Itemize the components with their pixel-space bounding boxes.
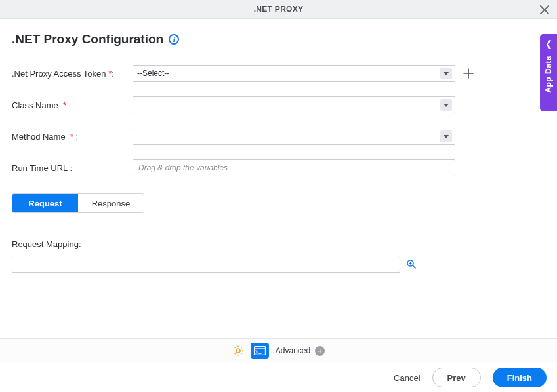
- expand-mapping-button[interactable]: [405, 258, 417, 270]
- settings-button[interactable]: [232, 345, 244, 357]
- page-header: .NET Proxy Configuration i: [12, 32, 545, 47]
- label-runtime-url: Run Time URL :: [12, 163, 133, 173]
- request-mapping-label: Request Mapping:: [12, 239, 545, 249]
- info-icon[interactable]: i: [169, 34, 179, 45]
- row-class-name: Class Name * :: [12, 96, 545, 113]
- app-data-label: App Data: [544, 56, 553, 93]
- console-icon: [254, 346, 266, 355]
- chevron-down-icon: [440, 68, 452, 79]
- method-name-select[interactable]: [133, 128, 455, 145]
- content-area: .NET Proxy Configuration i .Net Proxy Ac…: [0, 19, 557, 338]
- net-proxy-modal: .NET PROXY .NET Proxy Configuration i .N…: [0, 0, 557, 392]
- cancel-button[interactable]: Cancel: [394, 373, 420, 383]
- gear-icon: [232, 345, 244, 357]
- label-class-name: Class Name * :: [12, 100, 133, 110]
- class-name-select[interactable]: [133, 96, 455, 113]
- tab-request[interactable]: Request: [12, 194, 78, 212]
- chevron-down-icon: [440, 130, 452, 142]
- access-token-select[interactable]: --Select--: [133, 65, 455, 82]
- row-access-token: .Net Proxy Access Token *: --Select--: [12, 65, 545, 82]
- magnify-icon: [406, 259, 417, 269]
- label-access-token: .Net Proxy Access Token *:: [12, 69, 133, 79]
- label-method-name: Method Name * :: [12, 132, 133, 142]
- plus-circle-icon: +: [315, 346, 325, 356]
- runtime-url-input[interactable]: [133, 159, 455, 176]
- request-mapping-input[interactable]: [12, 256, 400, 273]
- close-button[interactable]: [537, 3, 552, 17]
- footer: Cancel Prev Finish: [0, 363, 557, 392]
- tab-response[interactable]: Response: [78, 194, 144, 212]
- chevron-left-icon: ❮: [545, 39, 552, 48]
- request-mapping-row: [12, 256, 545, 273]
- row-runtime-url: Run Time URL :: [12, 159, 545, 176]
- app-data-drawer[interactable]: ❮ App Data: [540, 34, 557, 111]
- bottom-toolbar: Advanced +: [0, 338, 557, 363]
- page-title: .NET Proxy Configuration: [12, 32, 163, 47]
- titlebar: .NET PROXY: [0, 0, 557, 19]
- console-button[interactable]: [251, 343, 269, 359]
- advanced-toggle[interactable]: Advanced +: [276, 346, 325, 356]
- chevron-down-icon: [440, 99, 452, 111]
- field-runtime-url: [133, 159, 455, 176]
- field-access-token: --Select--: [133, 65, 475, 82]
- plus-icon: [463, 68, 474, 79]
- tabs: Request Response: [12, 193, 144, 213]
- field-method-name: [133, 128, 455, 145]
- add-token-button[interactable]: [462, 67, 475, 80]
- finish-button[interactable]: Finish: [493, 368, 547, 387]
- access-token-value: --Select--: [137, 69, 169, 78]
- row-method-name: Method Name * :: [12, 128, 545, 145]
- titlebar-title: .NET PROXY: [254, 5, 304, 14]
- field-class-name: [133, 96, 455, 113]
- close-icon: [540, 5, 549, 14]
- advanced-label: Advanced: [276, 346, 310, 355]
- prev-button[interactable]: Prev: [432, 368, 481, 387]
